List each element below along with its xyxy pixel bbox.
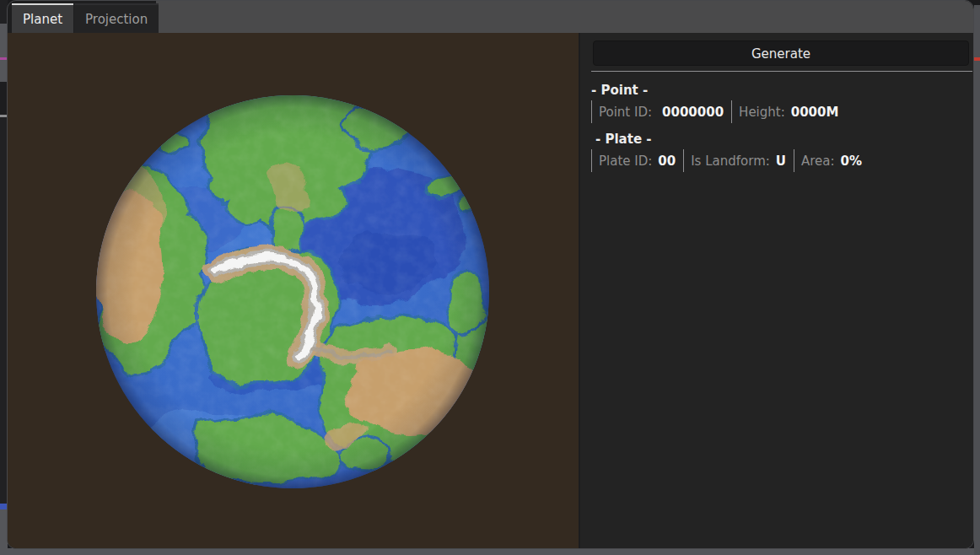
field-divider xyxy=(794,149,794,172)
point-id-value: 0000000 xyxy=(662,105,724,120)
app-window: Planet Projection xyxy=(7,0,974,549)
generate-button[interactable]: Generate xyxy=(593,40,969,66)
control-panel: Generate - Point - Point ID: 0000000 Hei… xyxy=(579,33,974,549)
planet-viewport[interactable] xyxy=(8,33,579,549)
is-landform-label: Is Landform: xyxy=(691,154,770,169)
planet-globe xyxy=(94,94,491,490)
field-divider xyxy=(591,149,592,172)
tab-projection[interactable]: Projection xyxy=(74,3,159,33)
tab-bar: Planet Projection xyxy=(8,1,973,33)
desktop-edge-bottom xyxy=(0,548,980,555)
plate-section-header: - Plate - xyxy=(595,132,972,147)
separator-line xyxy=(591,71,972,72)
point-id-label: Point ID: xyxy=(599,105,652,120)
plate-info-row: Plate ID: 00 Is Landform: U Area: 0% xyxy=(591,149,972,172)
edge-red-mark xyxy=(974,57,980,61)
field-divider xyxy=(683,149,684,172)
desktop-edge-right xyxy=(974,5,980,555)
window-content: Generate - Point - Point ID: 0000000 Hei… xyxy=(8,33,973,549)
field-divider xyxy=(591,100,592,123)
height-value: 0000M xyxy=(791,105,839,120)
area-label: Area: xyxy=(801,154,835,169)
tab-planet[interactable]: Planet xyxy=(12,3,73,33)
height-label: Height: xyxy=(739,105,785,120)
plate-id-label: Plate ID: xyxy=(599,154,652,169)
point-section-header: - Point - xyxy=(591,83,972,98)
point-info-row: Point ID: 0000000 Height: 0000M xyxy=(591,100,972,123)
plate-id-value: 00 xyxy=(658,154,676,169)
is-landform-value: U xyxy=(776,154,786,169)
field-divider xyxy=(731,100,732,123)
area-value: 0% xyxy=(841,154,862,169)
